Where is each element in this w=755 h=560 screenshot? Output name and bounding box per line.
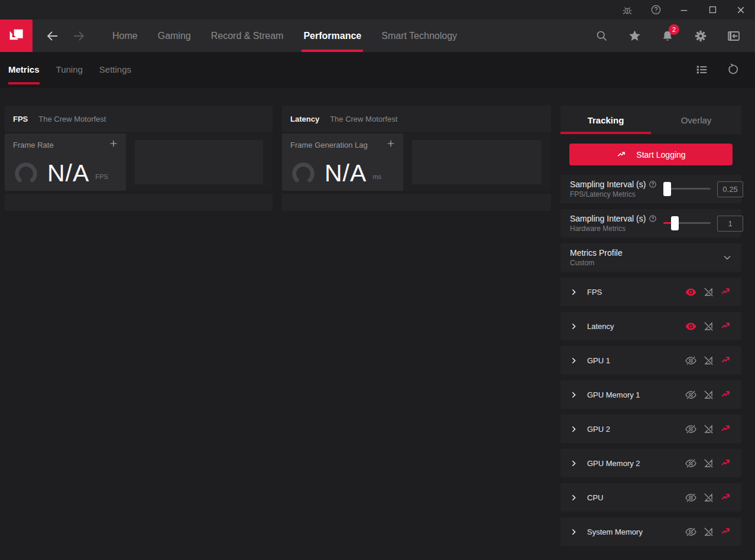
- settings-gear-icon[interactable]: [684, 19, 717, 52]
- graph-disabled-icon[interactable]: [702, 526, 714, 538]
- search-icon[interactable]: [585, 19, 618, 52]
- latency-panel-title: Latency: [290, 115, 319, 123]
- frame-rate-card: Frame Rate N/A FPS: [5, 134, 126, 191]
- performance-subnav: Metrics Tuning Settings: [0, 52, 755, 87]
- tab-overlay[interactable]: Overlay: [651, 106, 741, 134]
- visibility-off-icon[interactable]: [685, 354, 696, 366]
- visibility-off-icon[interactable]: [685, 491, 696, 503]
- chevron-right-icon[interactable]: [568, 286, 579, 298]
- graph-disabled-icon[interactable]: [702, 423, 714, 435]
- metric-label: GPU 2: [587, 425, 610, 434]
- frame-rate-value: N/A: [47, 159, 89, 187]
- frame-rate-label: Frame Rate: [13, 141, 54, 149]
- latency-value: N/A: [325, 159, 367, 187]
- tracking-graph-icon[interactable]: [720, 526, 732, 538]
- add-metric-button[interactable]: [107, 137, 120, 150]
- metric-row-gpu-memory-2[interactable]: GPU Memory 2: [560, 449, 741, 477]
- collapse-panel-icon[interactable]: [717, 19, 750, 52]
- notifications-bell-icon[interactable]: 2: [651, 19, 684, 52]
- metric-row-cpu[interactable]: CPU: [560, 483, 741, 512]
- favorites-star-icon[interactable]: [618, 19, 651, 52]
- metric-label: GPU Memory 2: [587, 459, 640, 468]
- start-logging-button[interactable]: Start Logging: [569, 144, 733, 165]
- metric-row-gpu-2[interactable]: GPU 2: [560, 415, 741, 443]
- nav-item-smart-technology[interactable]: Smart Technology: [371, 19, 467, 52]
- graph-disabled-icon[interactable]: [702, 354, 714, 366]
- trend-icon: [616, 149, 628, 160]
- nav-item-home[interactable]: Home: [102, 19, 148, 52]
- info-icon[interactable]: [649, 180, 657, 188]
- tab-settings[interactable]: Settings: [91, 52, 140, 87]
- radeon-software-window: Home Gaming Record & Stream Performance …: [0, 0, 755, 560]
- chevron-right-icon[interactable]: [568, 354, 579, 366]
- tab-tuning[interactable]: Tuning: [48, 52, 91, 87]
- chevron-right-icon[interactable]: [568, 389, 579, 401]
- info-icon[interactable]: [649, 214, 657, 223]
- tracking-graph-icon[interactable]: [720, 320, 732, 332]
- main-nav: Home Gaming Record & Stream Performance …: [0, 19, 755, 52]
- slider-thumb[interactable]: [671, 216, 679, 230]
- tracking-graph-icon[interactable]: [720, 286, 732, 298]
- tracking-graph-icon[interactable]: [720, 491, 732, 503]
- metric-row-gpu-memory-1[interactable]: GPU Memory 1: [560, 380, 741, 409]
- sampling-interval-fps-row: Sampling Interval (s) FPS/Latency Metric…: [560, 175, 741, 203]
- sampling-interval-hw-slider[interactable]: [663, 216, 711, 230]
- back-button[interactable]: [40, 19, 66, 52]
- frame-generation-lag-card: Frame Generation Lag N/A ms: [282, 134, 403, 191]
- metrics-profile-dropdown[interactable]: Metrics Profile Custom: [560, 243, 741, 272]
- tracking-graph-icon[interactable]: [720, 457, 732, 469]
- visibility-on-icon[interactable]: [685, 320, 696, 332]
- sampling-interval-fps-slider[interactable]: [663, 182, 711, 196]
- close-button[interactable]: [727, 0, 755, 19]
- latency-chart-area: [412, 140, 542, 184]
- list-view-icon[interactable]: [686, 52, 717, 87]
- metric-row-latency[interactable]: Latency: [560, 312, 741, 340]
- forward-button[interactable]: [66, 19, 92, 52]
- visibility-off-icon[interactable]: [685, 526, 696, 538]
- sampling-interval-label: Sampling Interval (s): [570, 180, 653, 189]
- tracking-graph-icon[interactable]: [720, 389, 732, 401]
- nav-item-gaming[interactable]: Gaming: [148, 19, 201, 52]
- tracking-graph-icon[interactable]: [720, 354, 732, 366]
- metric-label: CPU: [587, 493, 603, 502]
- visibility-off-icon[interactable]: [685, 389, 696, 401]
- maximize-button[interactable]: [698, 0, 727, 19]
- graph-disabled-icon[interactable]: [702, 491, 714, 503]
- minimize-button[interactable]: [670, 0, 698, 19]
- metric-row-fps[interactable]: FPS: [560, 278, 741, 306]
- visibility-off-icon[interactable]: [685, 457, 696, 469]
- chevron-right-icon[interactable]: [568, 491, 579, 503]
- sampling-interval-fps-value[interactable]: [717, 181, 743, 197]
- add-metric-button[interactable]: [384, 137, 397, 150]
- nav-item-record-stream[interactable]: Record & Stream: [201, 19, 294, 52]
- graph-disabled-icon[interactable]: [702, 457, 714, 469]
- notification-badge: 2: [669, 24, 679, 35]
- tab-tracking[interactable]: Tracking: [560, 106, 651, 134]
- fps-chart-area: [135, 140, 263, 184]
- slider-thumb[interactable]: [663, 182, 671, 196]
- graph-disabled-icon[interactable]: [702, 389, 714, 401]
- chevron-right-icon[interactable]: [568, 457, 579, 469]
- sampling-interval-hw-value[interactable]: [717, 216, 743, 232]
- tracking-graph-icon[interactable]: [720, 423, 732, 435]
- metric-row-gpu-1[interactable]: GPU 1: [560, 346, 741, 375]
- reset-icon[interactable]: [717, 52, 748, 87]
- latency-panel-game-name: The Crew Motorfest: [330, 115, 397, 123]
- metric-row-system-memory[interactable]: System Memory: [560, 517, 741, 546]
- help-icon[interactable]: [641, 0, 670, 19]
- visibility-off-icon[interactable]: [685, 423, 696, 435]
- fps-panel-title: FPS: [13, 115, 28, 123]
- chevron-right-icon[interactable]: [568, 320, 579, 332]
- chevron-right-icon[interactable]: [568, 526, 579, 538]
- sampling-interval-label: Sampling Interval (s): [570, 214, 653, 223]
- nav-item-performance[interactable]: Performance: [293, 19, 371, 52]
- tab-metrics[interactable]: Metrics: [0, 52, 48, 87]
- visibility-on-icon[interactable]: [685, 286, 696, 298]
- graph-disabled-icon[interactable]: [702, 320, 714, 332]
- graph-disabled-icon[interactable]: [702, 286, 714, 298]
- metric-label: Latency: [587, 322, 614, 331]
- chevron-right-icon[interactable]: [568, 423, 579, 435]
- amd-logo[interactable]: [0, 19, 33, 52]
- bug-report-icon[interactable]: [613, 0, 641, 19]
- active-tab-underline: [560, 132, 651, 134]
